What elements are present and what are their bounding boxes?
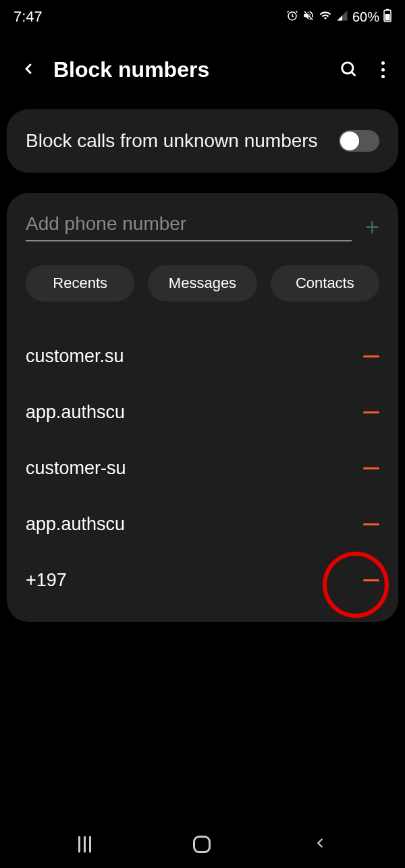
blocked-label: +197	[26, 570, 67, 591]
navigation-bar	[0, 821, 405, 868]
status-bar: 7:47 60%	[0, 0, 405, 34]
add-phone-row: +	[26, 213, 379, 241]
blocked-label: customer.su	[26, 346, 124, 367]
nav-recents-button[interactable]	[78, 836, 91, 852]
blocked-label: customer-su	[26, 458, 126, 479]
svg-rect-3	[385, 14, 390, 21]
recents-chip[interactable]: Recents	[26, 265, 134, 301]
mute-icon	[302, 9, 315, 25]
wifi-icon	[319, 9, 332, 25]
block-unknown-toggle[interactable]	[339, 130, 379, 152]
alarm-icon	[286, 9, 298, 25]
blocked-list: customer.su app.authscu customer-su app.…	[26, 328, 379, 608]
nav-back-button[interactable]	[313, 836, 327, 853]
remove-button[interactable]	[363, 579, 379, 581]
svg-rect-2	[386, 9, 389, 10]
search-button[interactable]	[339, 59, 358, 81]
blocked-item: customer-su	[26, 440, 379, 496]
app-header: Block numbers	[0, 34, 405, 103]
status-icons: 60%	[286, 9, 392, 26]
status-time: 7:47	[14, 8, 43, 26]
page-title: Block numbers	[53, 57, 322, 82]
more-options-button[interactable]	[381, 61, 385, 78]
blocked-item: customer.su	[26, 328, 379, 384]
nav-home-button[interactable]	[193, 836, 211, 853]
svg-line-5	[352, 71, 356, 76]
add-phone-button[interactable]: +	[365, 215, 379, 239]
signal-icon	[336, 9, 348, 25]
blocked-label: app.authscu	[26, 514, 125, 535]
blocked-label: app.authscu	[26, 402, 125, 423]
battery-percent: 60%	[352, 9, 379, 25]
messages-chip[interactable]: Messages	[148, 265, 256, 301]
block-unknown-label: Block calls from unknown numbers	[26, 128, 318, 154]
remove-button[interactable]	[363, 467, 379, 469]
add-phone-input[interactable]	[26, 213, 352, 241]
remove-button[interactable]	[363, 355, 379, 357]
source-chips: Recents Messages Contacts	[26, 265, 379, 301]
blocked-item: app.authscu	[26, 496, 379, 552]
svg-point-4	[342, 62, 353, 73]
battery-icon	[383, 9, 392, 26]
remove-button[interactable]	[363, 411, 379, 413]
blocked-numbers-card: + Recents Messages Contacts customer.su …	[7, 193, 398, 622]
contacts-chip[interactable]: Contacts	[271, 265, 379, 301]
blocked-item: +197	[26, 552, 379, 608]
blocked-item: app.authscu	[26, 384, 379, 440]
back-button[interactable]	[20, 61, 36, 80]
block-unknown-card: Block calls from unknown numbers	[7, 109, 398, 173]
remove-button[interactable]	[363, 523, 379, 525]
